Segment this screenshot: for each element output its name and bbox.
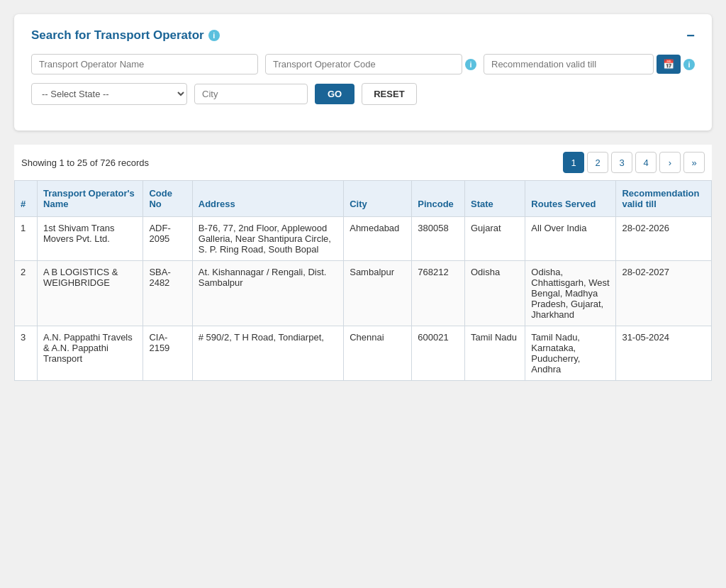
operator-code-input[interactable] xyxy=(265,54,462,74)
cell-routes-0: All Over India xyxy=(525,217,616,261)
page-button-1[interactable]: 1 xyxy=(563,152,584,173)
reset-button[interactable]: RESET xyxy=(362,83,416,105)
results-table: #Transport Operator's NameCode NoAddress… xyxy=(14,180,712,381)
th-recommendation-valid-till: Recommendation valid till xyxy=(616,181,712,217)
search-row-1: i 📅 i xyxy=(31,54,695,74)
date-wrapper: 📅 i xyxy=(484,54,695,74)
cell-rec_date-1: 28-02-2027 xyxy=(616,261,712,326)
title-info-icon[interactable]: i xyxy=(208,30,220,41)
page-button-4[interactable]: 4 xyxy=(635,152,657,173)
state-select[interactable]: -- Select State -- xyxy=(31,83,187,105)
cell-name-2: A.N. Pappathi Travels & A.N. Pappathi Tr… xyxy=(38,326,143,381)
cell-routes-2: Tamil Nadu, Karnataka, Puducherry, Andhr… xyxy=(525,326,616,381)
cell-code-1: SBA-2482 xyxy=(143,261,192,326)
city-input[interactable] xyxy=(194,84,308,104)
th-city: City xyxy=(344,181,412,217)
table-body: 11st Shivam Trans Movers Pvt. Ltd.ADF-20… xyxy=(15,217,712,381)
cell-rec_date-0: 28-02-2026 xyxy=(616,217,712,261)
cell-num-0: 1 xyxy=(15,217,38,261)
cell-city-0: Ahmedabad xyxy=(344,217,412,261)
table-row: 3A.N. Pappathi Travels & A.N. Pappathi T… xyxy=(15,326,712,381)
minimize-button[interactable]: − xyxy=(686,28,695,43)
cell-pincode-0: 380058 xyxy=(412,217,465,261)
cell-name-0: 1st Shivam Trans Movers Pvt. Ltd. xyxy=(38,217,143,261)
page-button-3[interactable]: 3 xyxy=(611,152,632,173)
th-address: Address xyxy=(192,181,343,217)
calendar-button[interactable]: 📅 xyxy=(657,55,681,74)
cell-address-0: B-76, 77, 2nd Floor, Applewood Galleria,… xyxy=(192,217,343,261)
cell-num-2: 3 xyxy=(15,326,38,381)
results-count: Showing 1 to 25 of 726 records xyxy=(21,157,149,168)
cell-pincode-2: 600021 xyxy=(412,326,465,381)
cell-num-1: 2 xyxy=(15,261,38,326)
search-row-2: -- Select State -- GO RESET xyxy=(31,83,695,105)
cell-city-1: Sambalpur xyxy=(344,261,412,326)
page-button-2[interactable]: 2 xyxy=(587,152,608,173)
cell-state-2: Tamil Nadu xyxy=(464,326,525,381)
go-button[interactable]: GO xyxy=(315,84,354,104)
operator-name-input[interactable] xyxy=(31,54,258,74)
card-title: Search for Transport Operator i xyxy=(31,28,220,43)
th-pincode: Pincode xyxy=(412,181,465,217)
date-info-icon[interactable]: i xyxy=(683,59,695,70)
th-state: State xyxy=(464,181,525,217)
code-info-icon[interactable]: i xyxy=(465,59,476,70)
cell-pincode-1: 768212 xyxy=(412,261,465,326)
cell-city-2: Chennai xyxy=(344,326,412,381)
table-header-row: #Transport Operator's NameCode NoAddress… xyxy=(15,181,712,217)
cell-routes-1: Odisha, Chhattisgarh, West Bengal, Madhy… xyxy=(525,261,616,326)
table-row: 11st Shivam Trans Movers Pvt. Ltd.ADF-20… xyxy=(15,217,712,261)
page-button-»[interactable]: » xyxy=(683,152,705,173)
th-code-no: Code No xyxy=(143,181,192,217)
results-section: Showing 1 to 25 of 726 records 1234›» #T… xyxy=(14,145,712,381)
date-input[interactable] xyxy=(484,54,654,74)
pagination: 1234›» xyxy=(563,152,705,173)
cell-address-2: # 590/2, T H Road, Tondiarpet, xyxy=(192,326,343,381)
table-row: 2A B LOGISTICS & WEIGHBRIDGESBA-2482At. … xyxy=(15,261,712,326)
cell-code-0: ADF-2095 xyxy=(143,217,192,261)
results-header: Showing 1 to 25 of 726 records 1234›» xyxy=(14,152,712,180)
cell-address-1: At. Kishannagar / Rengali, Dist. Sambalp… xyxy=(192,261,343,326)
cell-state-1: Odisha xyxy=(464,261,525,326)
cell-code-2: CIA-2159 xyxy=(143,326,192,381)
th--: # xyxy=(15,181,38,217)
th-transport-operator-s-name: Transport Operator's Name xyxy=(38,181,143,217)
th-routes-served: Routes Served xyxy=(525,181,616,217)
page-button-›[interactable]: › xyxy=(659,152,681,173)
code-wrapper: i xyxy=(265,54,476,74)
cell-name-1: A B LOGISTICS & WEIGHBRIDGE xyxy=(38,261,143,326)
cell-state-0: Gujarat xyxy=(464,217,525,261)
cell-rec_date-2: 31-05-2024 xyxy=(616,326,712,381)
